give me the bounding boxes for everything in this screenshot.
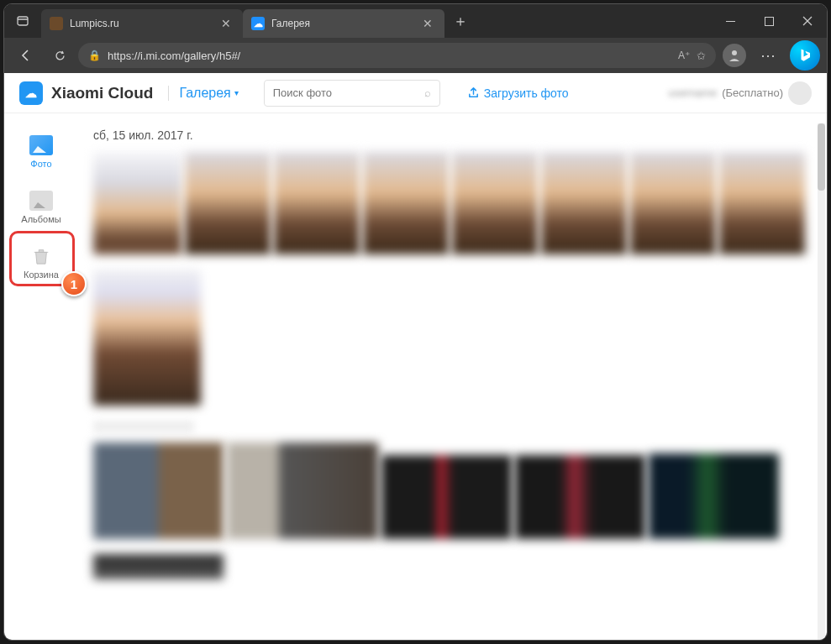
tabs-overview-icon: [16, 14, 29, 28]
url-input[interactable]: 🔒 https://i.mi.com/gallery/h5#/ A⁺ ✩: [78, 43, 716, 68]
photo-thumbnail[interactable]: [630, 152, 716, 254]
photo-row-4: [93, 554, 818, 579]
section-dropdown[interactable]: Галерея ▾: [168, 86, 238, 101]
search-input[interactable]: [273, 86, 424, 99]
callout-number: 1: [71, 277, 77, 291]
new-tab-button[interactable]: ＋: [444, 11, 476, 31]
back-button[interactable]: [11, 42, 41, 69]
date-header: сб, 15 июл. 2017 г.: [93, 128, 818, 142]
lock-icon: 🔒: [88, 50, 101, 61]
window-controls: [711, 4, 827, 38]
close-icon: [802, 16, 813, 26]
trash-icon: [29, 246, 53, 266]
tab-actions-button[interactable]: [4, 14, 41, 28]
bing-icon: [797, 48, 813, 63]
search-icon: ⌕: [424, 86, 431, 99]
date-header-blurred: [93, 421, 194, 432]
search-box[interactable]: ⌕: [264, 80, 440, 107]
refresh-icon: [54, 50, 66, 62]
photo-thumbnail[interactable]: [93, 152, 181, 254]
photo-thumbnail[interactable]: [649, 453, 779, 539]
url-text: https://i.mi.com/gallery/h5#/: [108, 50, 671, 62]
albums-icon: [29, 191, 53, 211]
page-content: ☁ Xiaomi Cloud Галерея ▾ ⌕ Загрузить фот…: [4, 73, 827, 641]
chevron-down-icon: ▾: [234, 88, 239, 97]
sidebar-item-label: Фото: [30, 159, 51, 169]
body-layout: Фото Альбомы Корзина 1 сб, 15 июл. 2017 …: [4, 113, 827, 641]
address-bar: 🔒 https://i.mi.com/gallery/h5#/ A⁺ ✩ ⋯: [4, 38, 827, 73]
site-header: ☁ Xiaomi Cloud Галерея ▾ ⌕ Загрузить фот…: [4, 73, 827, 113]
photo-icon: [29, 135, 53, 155]
minimize-button[interactable]: [711, 4, 749, 38]
photo-row-3: [93, 442, 818, 539]
upload-label: Загрузить фото: [484, 86, 569, 100]
user-avatar-icon: [788, 81, 812, 105]
refresh-button[interactable]: [45, 42, 75, 69]
sidebar: Фото Альбомы Корзина 1: [4, 113, 78, 641]
upload-photo-button[interactable]: Загрузить фото: [467, 86, 569, 101]
photo-row-2: [93, 270, 818, 406]
photo-thumbnail[interactable]: [185, 152, 271, 254]
browser-chrome: Lumpics.ru ✕ ☁ Галерея ✕ ＋ 🔒 https://i.m…: [4, 4, 827, 73]
photo-row-1: [93, 152, 818, 254]
reader-mode-icon[interactable]: A⁺: [678, 50, 690, 61]
photo-thumbnail[interactable]: [381, 455, 512, 539]
user-area[interactable]: username (Бесплатно): [668, 81, 812, 105]
photo-thumbnail[interactable]: [541, 152, 627, 254]
photo-thumbnail[interactable]: [274, 152, 360, 254]
username: username: [668, 86, 717, 99]
photo-thumbnail[interactable]: [363, 152, 449, 254]
maximize-icon: [765, 17, 774, 26]
tab-lumpics[interactable]: Lumpics.ru ✕: [41, 9, 243, 38]
sidebar-item-photo[interactable]: Фото: [15, 132, 67, 172]
svg-rect-3: [765, 17, 773, 25]
svg-rect-0: [18, 17, 28, 25]
tab-close-button[interactable]: ✕: [218, 15, 234, 32]
tab-gallery[interactable]: ☁ Галерея ✕: [243, 9, 444, 38]
photo-thumbnail[interactable]: [93, 270, 201, 406]
tab-title: Галерея: [271, 18, 413, 29]
avatar-icon: [723, 44, 746, 67]
arrow-left-icon: [19, 49, 33, 62]
profile-button[interactable]: [719, 42, 749, 69]
photo-thumbnail[interactable]: [93, 442, 224, 539]
section-label: Галерея: [179, 86, 230, 101]
sidebar-item-trash[interactable]: Корзина: [15, 243, 67, 283]
user-plan: (Бесплатно): [722, 86, 783, 99]
photo-thumbnail[interactable]: [93, 554, 224, 579]
favicon-mi-icon: ☁: [251, 17, 265, 30]
svg-point-6: [732, 50, 737, 55]
sidebar-item-albums[interactable]: Альбомы: [15, 187, 67, 228]
scrollbar-thumb[interactable]: [818, 123, 825, 191]
photo-thumbnail[interactable]: [452, 152, 538, 254]
menu-button[interactable]: ⋯: [753, 42, 783, 69]
favorites-icon[interactable]: ✩: [697, 50, 706, 62]
scrollbar-track: [818, 123, 825, 640]
sidebar-item-label: Корзина: [24, 270, 59, 280]
photo-thumbnail[interactable]: [227, 442, 378, 539]
close-window-button[interactable]: [788, 4, 827, 38]
upload-icon: [467, 86, 480, 101]
photo-thumbnail[interactable]: [515, 455, 645, 539]
maximize-button[interactable]: [749, 4, 788, 38]
sidebar-item-label: Альбомы: [21, 214, 60, 224]
minimize-icon: [726, 17, 735, 26]
mi-cloud-logo-icon: ☁: [19, 81, 43, 105]
tab-title: Lumpics.ru: [70, 18, 211, 29]
tab-close-button[interactable]: ✕: [419, 15, 436, 32]
favicon-lumpics-icon: [50, 17, 63, 30]
brand-name: Xiaomi Cloud: [51, 84, 153, 102]
bing-chat-button[interactable]: [790, 40, 820, 71]
titlebar: Lumpics.ru ✕ ☁ Галерея ✕ ＋: [4, 4, 827, 38]
photo-thumbnail[interactable]: [719, 152, 805, 254]
main-content: сб, 15 июл. 2017 г.: [78, 113, 827, 641]
